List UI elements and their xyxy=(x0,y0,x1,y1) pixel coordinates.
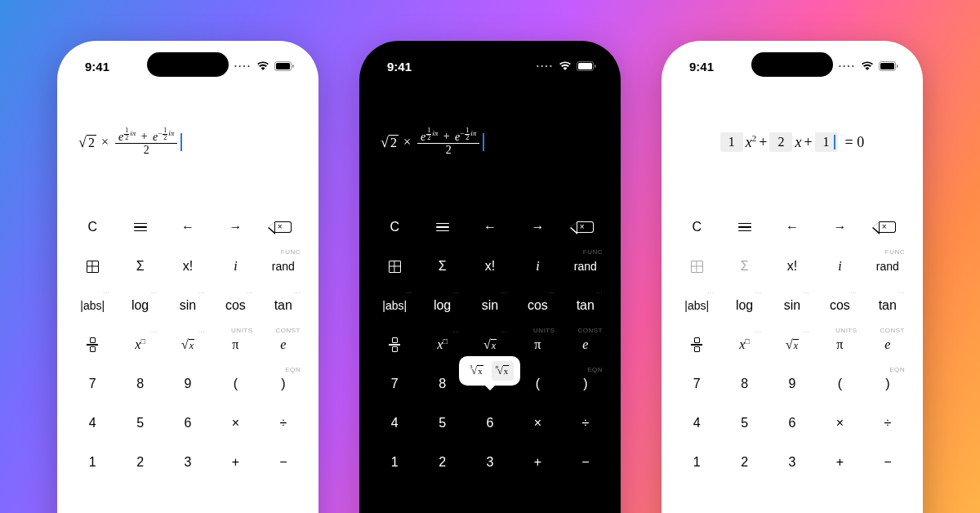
left-key[interactable]: ← xyxy=(466,207,514,247)
nth-root-option[interactable]: n√x xyxy=(492,361,514,381)
delete-key[interactable]: × xyxy=(864,207,911,247)
key-1[interactable]: 1 xyxy=(371,443,418,482)
power-key[interactable]: ...x□ xyxy=(116,325,163,364)
equation-display[interactable]: 1 x2 + 2 x + 1 = 0 xyxy=(662,77,923,207)
key-5[interactable]: 5 xyxy=(720,404,768,443)
left-key[interactable]: ← xyxy=(164,207,212,247)
key-1[interactable]: 1 xyxy=(673,443,720,482)
sqrt-key[interactable]: ...√x xyxy=(768,325,816,364)
fraction-key[interactable] xyxy=(673,325,720,364)
sin-key[interactable]: ...sin xyxy=(164,286,212,325)
pi-key[interactable]: UNITSπ xyxy=(212,325,259,364)
imaginary-key[interactable]: i xyxy=(514,247,561,286)
cos-key[interactable]: ...cos xyxy=(514,286,561,325)
key-3[interactable]: 3 xyxy=(466,443,514,482)
clear-key[interactable]: C xyxy=(371,207,418,247)
rparen-key[interactable]: EQN) xyxy=(562,364,609,404)
lparen-key[interactable]: ( xyxy=(816,364,863,404)
imaginary-key[interactable]: i xyxy=(212,247,259,286)
e-key[interactable]: CONSTe xyxy=(864,325,911,364)
fraction-key[interactable] xyxy=(69,325,116,364)
key-7[interactable]: 7 xyxy=(69,364,116,404)
multiply-key[interactable]: × xyxy=(816,404,863,443)
key-8[interactable]: 8 xyxy=(116,364,163,404)
key-4[interactable]: 4 xyxy=(69,404,116,443)
key-2[interactable]: 2 xyxy=(116,443,163,482)
matrix-key[interactable] xyxy=(371,247,418,286)
key-2[interactable]: 2 xyxy=(418,443,466,482)
coef-b-input[interactable]: 2 xyxy=(769,132,792,152)
sigma-key[interactable]: Σ xyxy=(418,247,466,286)
rand-key[interactable]: FUNCrand xyxy=(260,247,307,286)
abs-key[interactable]: ...|abs| xyxy=(673,286,720,325)
tan-key[interactable]: ...tan xyxy=(260,286,307,325)
expression-display[interactable]: 2 × e12iπ + e−12iπ 2 xyxy=(57,77,318,207)
rand-key[interactable]: FUNCrand xyxy=(562,247,609,286)
key-7[interactable]: 7 xyxy=(371,364,418,404)
divide-key[interactable]: ÷ xyxy=(260,404,307,443)
expression-display[interactable]: 2 × e12iπ + e−12iπ 2 xyxy=(359,77,621,207)
e-key[interactable]: CONSTe xyxy=(562,325,609,364)
factorial-key[interactable]: x! xyxy=(164,247,212,286)
delete-key[interactable]: × xyxy=(562,207,609,247)
multiply-key[interactable]: × xyxy=(514,404,561,443)
power-key[interactable]: ...x□ xyxy=(418,325,466,364)
key-6[interactable]: 6 xyxy=(768,404,816,443)
key-8[interactable]: 8 xyxy=(720,364,768,404)
abs-key[interactable]: ...|abs| xyxy=(371,286,418,325)
sqrt-key[interactable]: ...√x xyxy=(164,325,212,364)
coef-c-input[interactable]: 1 xyxy=(815,132,838,152)
clear-key[interactable]: C xyxy=(69,207,116,247)
pi-key[interactable]: UNITSπ xyxy=(514,325,561,364)
rparen-key[interactable]: EQN) xyxy=(864,364,911,404)
log-key[interactable]: ...log xyxy=(418,286,466,325)
cos-key[interactable]: ...cos xyxy=(816,286,863,325)
rand-key[interactable]: FUNCrand xyxy=(864,247,911,286)
right-key[interactable]: → xyxy=(816,207,863,247)
key-2[interactable]: 2 xyxy=(720,443,768,482)
left-key[interactable]: ← xyxy=(768,207,816,247)
log-key[interactable]: ...log xyxy=(116,286,163,325)
cos-key[interactable]: ...cos xyxy=(212,286,259,325)
history-key[interactable] xyxy=(418,207,466,247)
log-key[interactable]: ...log xyxy=(720,286,768,325)
right-key[interactable]: → xyxy=(212,207,259,247)
clear-key[interactable]: C xyxy=(673,207,720,247)
cube-root-option[interactable]: 3√x xyxy=(466,361,488,381)
subtract-key[interactable]: − xyxy=(562,443,609,482)
tan-key[interactable]: ...tan xyxy=(864,286,911,325)
key-4[interactable]: 4 xyxy=(371,404,418,443)
add-key[interactable]: + xyxy=(212,443,259,482)
key-6[interactable]: 6 xyxy=(466,404,514,443)
subtract-key[interactable]: − xyxy=(864,443,911,482)
key-3[interactable]: 3 xyxy=(164,443,212,482)
imaginary-key[interactable]: i xyxy=(816,247,863,286)
key-9[interactable]: 9 xyxy=(164,364,212,404)
history-key[interactable] xyxy=(720,207,768,247)
key-1[interactable]: 1 xyxy=(69,443,116,482)
key-6[interactable]: 6 xyxy=(164,404,212,443)
delete-key[interactable]: × xyxy=(260,207,307,247)
multiply-key[interactable]: × xyxy=(212,404,259,443)
key-7[interactable]: 7 xyxy=(673,364,720,404)
key-3[interactable]: 3 xyxy=(768,443,816,482)
lparen-key[interactable]: ( xyxy=(212,364,259,404)
e-key[interactable]: CONSTe xyxy=(260,325,307,364)
add-key[interactable]: + xyxy=(816,443,863,482)
rparen-key[interactable]: EQN) xyxy=(260,364,307,404)
key-5[interactable]: 5 xyxy=(116,404,163,443)
lparen-key[interactable]: ( xyxy=(514,364,561,404)
tan-key[interactable]: ...tan xyxy=(562,286,609,325)
key-9[interactable]: 9 xyxy=(768,364,816,404)
add-key[interactable]: + xyxy=(514,443,561,482)
divide-key[interactable]: ÷ xyxy=(562,404,609,443)
sigma-key[interactable]: Σ xyxy=(116,247,163,286)
fraction-key[interactable] xyxy=(371,325,418,364)
key-5[interactable]: 5 xyxy=(418,404,466,443)
history-key[interactable] xyxy=(116,207,163,247)
pi-key[interactable]: UNITSπ xyxy=(816,325,863,364)
key-4[interactable]: 4 xyxy=(673,404,720,443)
sin-key[interactable]: ...sin xyxy=(466,286,514,325)
divide-key[interactable]: ÷ xyxy=(864,404,911,443)
sin-key[interactable]: ...sin xyxy=(768,286,816,325)
